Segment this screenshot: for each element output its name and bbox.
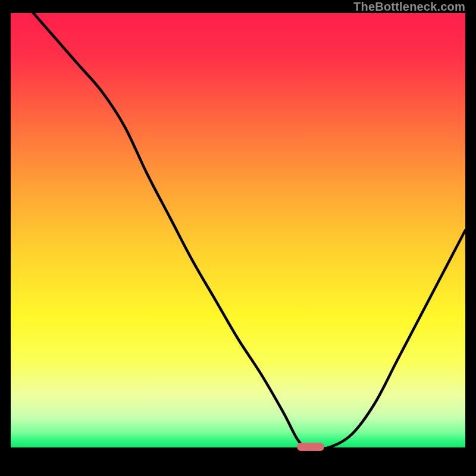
optimum-marker — [297, 443, 324, 451]
watermark-text: TheBottleneck.com — [353, 0, 465, 14]
bottleneck-curve — [11, 13, 465, 447]
plot-area — [11, 13, 465, 447]
chart-frame — [11, 13, 465, 465]
